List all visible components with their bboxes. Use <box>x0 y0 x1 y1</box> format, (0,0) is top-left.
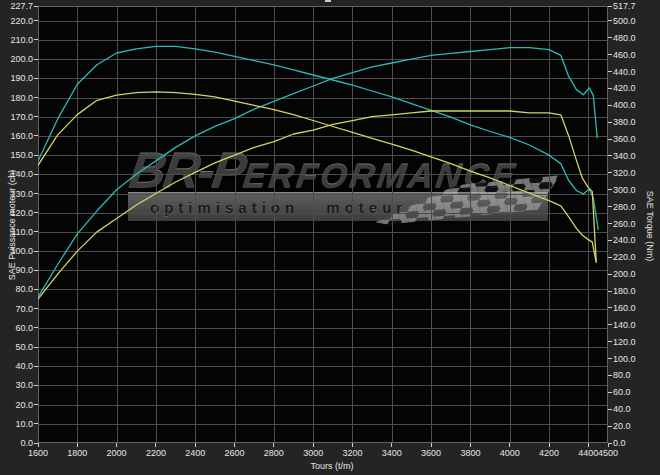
y-left-tick-label: 0.0 <box>2 438 33 448</box>
y-right-tick-label: 60.0 <box>613 387 657 397</box>
tick-mark <box>608 409 612 410</box>
tick-mark <box>608 223 612 224</box>
tick-mark <box>352 443 353 447</box>
plot-area: BR-PERFORMANCE optimisation moteur <box>38 6 608 443</box>
y-right-tick-label: 20.0 <box>613 421 657 431</box>
tick-mark <box>509 443 510 447</box>
y-right-tick-label: 500.0 <box>613 16 657 26</box>
y-left-tick-label: 227.7 <box>2 1 33 11</box>
y-left-tick-label: 10.0 <box>2 419 33 429</box>
x-tick-label: 4200 <box>529 448 569 458</box>
tick-mark <box>608 341 612 342</box>
tick-mark <box>608 274 612 275</box>
curve-tuned-torque <box>38 46 598 229</box>
chart-plot-svg <box>38 6 608 443</box>
x-tick-label: 2600 <box>215 448 255 458</box>
y-left-tick-label: 210.0 <box>2 35 33 45</box>
x-tick-label: 2200 <box>136 448 176 458</box>
tick-mark <box>34 270 38 271</box>
tick-mark <box>608 443 612 444</box>
y-left-tick-label: 190.0 <box>2 73 33 83</box>
y-right-tick-label: 100.0 <box>613 354 657 364</box>
x-tick-label: 2800 <box>254 448 294 458</box>
y-right-tick-label: 480.0 <box>613 33 657 43</box>
tick-mark <box>34 6 38 7</box>
tick-mark <box>470 443 471 447</box>
y-right-tick-label: 380.0 <box>613 117 657 127</box>
y-right-tick-label: 440.0 <box>613 67 657 77</box>
x-tick-label: 3800 <box>450 448 490 458</box>
tick-mark <box>588 443 589 447</box>
x-tick-label: 1600 <box>18 448 58 458</box>
x-tick-label: 3400 <box>372 448 412 458</box>
tick-mark <box>608 189 612 190</box>
y-right-tick-label: 200.0 <box>613 269 657 279</box>
tick-mark <box>34 385 38 386</box>
tick-mark <box>34 59 38 60</box>
tick-mark <box>34 347 38 348</box>
y-right-tick-label: 180.0 <box>613 286 657 296</box>
tick-mark <box>38 443 39 447</box>
y-left-tick-label: 70.0 <box>2 304 33 314</box>
x-tick-label: 4500 <box>588 448 628 458</box>
tick-mark <box>608 139 612 140</box>
tick-mark <box>608 443 609 447</box>
y-left-tick-label: 80.0 <box>2 284 33 294</box>
tick-mark <box>608 122 612 123</box>
tick-mark <box>155 443 156 447</box>
tick-mark <box>608 155 612 156</box>
y-right-tick-label: 320.0 <box>613 168 657 178</box>
x-axis-title: Tours (t/m) <box>277 461 387 471</box>
y-right-tick-label: 80.0 <box>613 370 657 380</box>
x-tick-label: 2400 <box>175 448 215 458</box>
y-right-tick-label: 40.0 <box>613 404 657 414</box>
y-right-tick-label: 0.0 <box>613 438 657 448</box>
y-right-tick-label: 517.7 <box>613 1 657 11</box>
x-tick-label: 3200 <box>332 448 372 458</box>
tick-mark <box>34 289 38 290</box>
y-left-tick-label: 50.0 <box>2 342 33 352</box>
tick-mark <box>77 443 78 447</box>
tick-mark <box>273 443 274 447</box>
x-tick-label: 4000 <box>490 448 530 458</box>
y-right-tick-label: 420.0 <box>613 83 657 93</box>
y-right-tick-label: 340.0 <box>613 151 657 161</box>
tick-mark <box>195 443 196 447</box>
tick-mark <box>313 443 314 447</box>
tick-mark <box>34 212 38 213</box>
y-right-tick-label: 400.0 <box>613 100 657 110</box>
tick-mark <box>116 443 117 447</box>
y-right-tick-label: 360.0 <box>613 134 657 144</box>
y-left-tick-label: 180.0 <box>2 93 33 103</box>
tick-mark <box>34 308 38 309</box>
tick-mark <box>608 307 612 308</box>
y-left-tick-label: 150.0 <box>2 150 33 160</box>
tick-mark <box>608 6 612 7</box>
tick-mark <box>34 366 38 367</box>
tick-mark <box>608 105 612 106</box>
x-tick-label: 1800 <box>57 448 97 458</box>
tick-mark <box>608 54 612 55</box>
tick-mark <box>608 324 612 325</box>
tick-mark <box>34 327 38 328</box>
tick-mark <box>391 443 392 447</box>
tick-mark <box>608 172 612 173</box>
tick-mark <box>608 257 612 258</box>
tick-mark <box>608 88 612 89</box>
tick-mark <box>608 20 612 21</box>
tick-mark <box>608 392 612 393</box>
tick-mark <box>234 443 235 447</box>
tick-mark <box>608 206 612 207</box>
tick-mark <box>608 71 612 72</box>
x-tick-label: 2000 <box>97 448 137 458</box>
tick-mark <box>34 135 38 136</box>
curve-tuned-power <box>38 48 597 298</box>
tick-mark <box>34 20 38 21</box>
tick-mark <box>34 155 38 156</box>
y-right-tick-label: 160.0 <box>613 303 657 313</box>
y-right-tick-label: 140.0 <box>613 320 657 330</box>
y-left-tick-label: 200.0 <box>2 54 33 64</box>
y-left-tick-label: 170.0 <box>2 112 33 122</box>
tick-mark <box>34 251 38 252</box>
tick-mark <box>608 358 612 359</box>
